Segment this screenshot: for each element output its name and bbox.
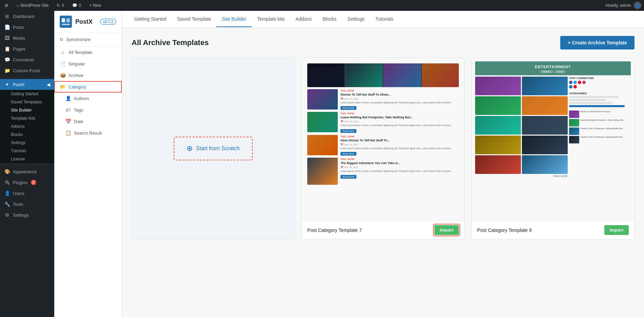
plugin-nav-label-authors: Authors — [74, 96, 89, 101]
plugin-nav-search-result[interactable]: 📋 Search Result — [54, 127, 122, 139]
template-card-7: ') center/cover;"> — [301, 58, 465, 239]
adminbar-right: Howdy, admin 👤 — [606, 2, 641, 9]
sidebar-item-tools[interactable]: 🔧 Tools — [0, 199, 54, 210]
template-7-import-button[interactable]: Import — [434, 225, 459, 235]
tab-saved-template[interactable]: Saved Template — [172, 12, 216, 27]
sidebar-label-appearance: Appearance — [13, 169, 37, 174]
submenu-saved-templates[interactable]: Saved Templates — [0, 98, 54, 106]
updates-bar[interactable]: ↻ 5 — [55, 0, 66, 11]
wp-icon: ⊞ — [5, 3, 8, 8]
sidebar-label-users: Users — [13, 191, 24, 196]
postx-arrow-icon: ◀ — [47, 82, 50, 87]
scratch-label: Start from Scratch — [196, 145, 240, 152]
plugin-nav-label-search-result: Search Result — [74, 131, 102, 136]
svg-rect-2 — [66, 18, 70, 22]
submenu-tutorials[interactable]: Tutorials — [0, 147, 54, 155]
tab-site-builder-label: Site Builder — [222, 16, 246, 22]
submenu-addons[interactable]: Addons — [0, 122, 54, 131]
template-7-preview: ') center/cover;"> — [302, 58, 464, 221]
template-9-preview: ENTERTAINMENT TRAVEL FOOD — [472, 58, 634, 221]
new-label: + New — [90, 3, 101, 8]
tw-icon — [573, 81, 577, 84]
plugins-badge: 2 — [31, 180, 36, 185]
tab-tutorials[interactable]: Tutorials — [370, 12, 399, 27]
sidebar-item-dashboard[interactable]: ⊞ Dashboard — [0, 11, 54, 22]
plugin-nav-all-template[interactable]: ⌂ All Template — [54, 46, 122, 58]
plugin-nav-date[interactable]: 📅 Date — [54, 116, 122, 127]
wp-logo[interactable]: ⊞ — [3, 0, 10, 11]
singular-nav-icon: 📄 — [60, 61, 66, 66]
template-7-name: Post Category Template 7 — [307, 227, 362, 233]
sidebar-item-media[interactable]: 🖼 Media — [0, 33, 54, 43]
start-from-scratch-button[interactable]: ⊕ Start from Scratch — [174, 137, 253, 160]
ig-icon — [582, 81, 586, 84]
plugin-nav-archive[interactable]: 📦 Archive — [54, 70, 122, 81]
plugin-nav-authors[interactable]: 👤 Authors — [54, 93, 122, 104]
tab-getting-started[interactable]: Getting Started — [129, 12, 172, 27]
sidebar-item-postx[interactable]: ✦ PostX ◀ — [0, 79, 54, 90]
template-card-9: ENTERTAINMENT TRAVEL FOOD — [471, 58, 635, 239]
submenu-site-builder[interactable]: Site Builder — [0, 106, 54, 114]
tpl7-article-4: TAG, NOW The Biggest Adventure You Can T… — [307, 158, 459, 185]
date-nav-icon: 📅 — [65, 119, 71, 124]
tab-template-kits[interactable]: Template kits — [252, 12, 290, 27]
sidebar-item-custom-posts[interactable]: 📁 Custom Posts — [0, 65, 54, 76]
sidebar-item-comments[interactable]: 💬 Comments — [0, 54, 54, 65]
sidebar-item-pages[interactable]: 📋 Pages — [0, 43, 54, 54]
updates-icon: ↻ — [57, 3, 60, 8]
appearance-icon: 🎨 — [4, 169, 10, 174]
sync-label: Synchronize — [66, 37, 91, 42]
scratch-card-body[interactable]: ⊕ Start from Scratch — [132, 58, 294, 239]
plugin-nav-singular[interactable]: 📄 Singular — [54, 58, 122, 70]
template-grid: ⊕ Start from Scratch ') center/cover;"> — [132, 58, 635, 239]
sidebar-item-appearance[interactable]: 🎨 Appearance — [0, 166, 54, 177]
tags-nav-icon: 🏷 — [65, 107, 71, 113]
sidebar-label-settings: Settings — [13, 213, 29, 218]
pin-icon — [573, 85, 577, 88]
tab-template-kits-label: Template kits — [257, 16, 285, 22]
svg-rect-3 — [62, 24, 70, 25]
authors-nav-icon: 👤 — [65, 96, 71, 101]
tab-blocks[interactable]: Blocks — [317, 12, 342, 27]
new-bar[interactable]: + New — [87, 0, 103, 11]
howdy-label: Howdy, admin — [606, 3, 631, 8]
sync-button[interactable]: ↻ Synchronize — [54, 33, 122, 46]
sidebar-label-postx: PostX — [13, 82, 25, 87]
site-name-bar[interactable]: ⌂ WordPress Site — [14, 0, 51, 11]
plugin-nav-label-tags: Tags — [74, 107, 83, 113]
submenu-template-kits[interactable]: Template Kits — [0, 114, 54, 122]
submenu-license[interactable]: License — [0, 155, 54, 163]
plus-icon: ⊕ — [187, 144, 193, 153]
plugin-nav-category[interactable]: 📂 Category — [54, 81, 122, 93]
plugins-icon: 🔌 — [4, 180, 10, 185]
submenu-getting-started[interactable]: Getting Started — [0, 90, 54, 98]
tab-settings-label: Settings — [347, 16, 365, 22]
sidebar-item-settings[interactable]: ⚙ Settings — [0, 210, 54, 220]
sidebar-item-plugins[interactable]: 🔌 Plugins 2 — [0, 177, 54, 188]
sidebar-item-users[interactable]: 👤 Users — [0, 188, 54, 199]
tpl7-article-2: TAG, NOW Leave Nothing But Footprints, T… — [307, 112, 459, 133]
create-archive-template-button[interactable]: + Create Archive Template — [560, 36, 635, 49]
svg-rect-1 — [62, 18, 65, 22]
plugin-header: PostX v2.7.2 — [54, 11, 122, 33]
plugin-nav-label-archive: Archive — [69, 73, 83, 78]
posts-icon: 📄 — [4, 24, 10, 30]
tab-saved-template-label: Saved Template — [177, 16, 211, 22]
home-icon: ⌂ — [16, 3, 19, 8]
tab-addons[interactable]: Addons — [290, 12, 317, 27]
sidebar-label-plugins: Plugins — [13, 180, 27, 185]
comments-icon: 💬 — [72, 3, 77, 8]
submenu-blocks[interactable]: Blocks — [0, 131, 54, 139]
users-icon: 👤 — [4, 191, 10, 196]
template-9-import-button[interactable]: Import — [604, 225, 629, 235]
tab-settings[interactable]: Settings — [342, 12, 370, 27]
sidebar-item-posts[interactable]: 📄 Posts — [0, 22, 54, 33]
sync-icon: ↻ — [60, 37, 63, 42]
home-nav-icon: ⌂ — [60, 49, 66, 55]
submenu-settings[interactable]: Settings — [0, 139, 54, 147]
sidebar-label-media: Media — [13, 36, 25, 41]
plugin-nav-tags[interactable]: 🏷 Tags — [54, 104, 122, 116]
tab-site-builder[interactable]: Site Builder — [216, 12, 252, 27]
comments-bar[interactable]: 💬 0 — [70, 0, 83, 11]
media-icon: 🖼 — [4, 35, 10, 41]
